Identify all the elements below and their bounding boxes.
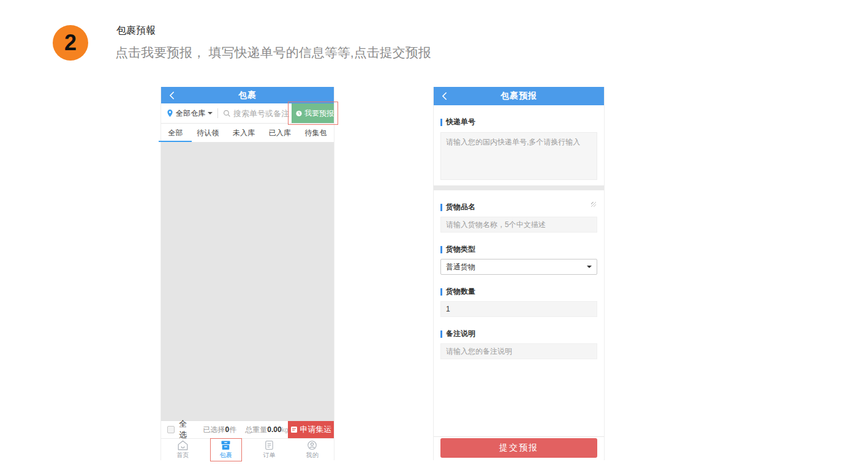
cargo-type-value: 普通货物 (446, 262, 475, 272)
label-text: 备注说明 (446, 329, 475, 339)
select-all-label: 全选 (179, 419, 195, 441)
consolidate-button[interactable]: 申请集运 (288, 421, 334, 438)
tutorial-page: 2 包裹預報 点击我要预报， 填写快递单号的信息等等,点击提交预报 包裹 全部仓… (0, 0, 868, 470)
label-text: 快递单号 (446, 117, 475, 127)
label-accent-bar (440, 204, 442, 211)
search-box (223, 109, 292, 118)
nav-label: 包裹 (220, 451, 232, 460)
label-accent-bar (440, 330, 442, 338)
nav-label: 首页 (176, 451, 189, 460)
submit-footer: 提交预报 (434, 436, 604, 460)
step-number-badge: 2 (53, 25, 88, 61)
cargo-type-select[interactable]: 普通货物 (440, 259, 597, 275)
step-description: 点击我要预报， 填写快递单号的信息等等,点击提交预报 (115, 44, 431, 61)
divider (217, 108, 218, 118)
location-pin-icon (167, 109, 173, 118)
step-title: 包裹預報 (116, 24, 156, 37)
remark-input[interactable] (440, 343, 597, 359)
tab-not-in-warehouse[interactable]: 未入库 (233, 124, 255, 142)
forecast-form-screenshot: 包裹预报 快递单号 货物品名 货物类型 普通货物 (433, 87, 605, 460)
selected-unit: 件 (229, 425, 236, 434)
form-title: 包裹预报 (434, 91, 604, 102)
home-icon (177, 440, 189, 450)
form-header: 包裹预报 (434, 87, 604, 105)
search-icon (223, 110, 231, 118)
clock-icon (296, 110, 302, 118)
total-weight-text: 总重量0.00kg (245, 425, 288, 435)
label-text: 货物数量 (446, 286, 475, 297)
nav-item-packages[interactable]: 包裹 (217, 439, 235, 460)
product-name-input[interactable] (440, 217, 597, 233)
tracking-number-label: 快递单号 (440, 117, 597, 127)
list-header: 包裹 (161, 87, 334, 103)
caret-down-icon (208, 112, 213, 117)
filter-bar: 全部仓库 我要预报 (161, 103, 334, 124)
product-name-label: 货物品名 (440, 202, 597, 212)
section-divider (434, 185, 604, 190)
weight-label: 总重量 (245, 425, 267, 434)
search-input[interactable] (233, 109, 292, 118)
forecast-button-label: 我要预报 (304, 108, 334, 119)
cargo-type-label: 货物类型 (440, 244, 597, 255)
person-icon (307, 440, 317, 450)
selected-prefix: 已选择 (203, 425, 225, 434)
nav-item-me[interactable]: 我的 (304, 439, 321, 460)
package-box-icon (220, 440, 232, 450)
resize-grip-icon[interactable] (591, 202, 596, 207)
package-list-screenshot: 包裹 全部仓库 我要预报 全部 待认领 未入库 (160, 87, 334, 460)
list-title: 包裹 (161, 90, 334, 101)
remark-label: 备注说明 (440, 329, 597, 339)
caret-down-icon (587, 266, 592, 270)
status-tabs: 全部 待认领 未入库 已入库 待集包 (161, 124, 334, 143)
label-accent-bar (440, 119, 442, 126)
nav-item-orders[interactable]: 订单 (260, 439, 277, 460)
package-card-icon (290, 426, 298, 433)
back-icon[interactable] (169, 91, 175, 100)
nav-label: 订单 (263, 451, 275, 460)
nav-item-home[interactable]: 首页 (174, 439, 191, 460)
nav-label: 我的 (306, 451, 319, 460)
label-text: 货物类型 (446, 244, 475, 255)
warehouse-label: 全部仓库 (176, 108, 205, 119)
consolidate-button-label: 申请集运 (300, 424, 332, 435)
weight-value: 0.00 (267, 425, 281, 434)
selected-count-text: 已选择0件 (203, 425, 237, 435)
tab-in-warehouse[interactable]: 已入库 (269, 124, 291, 142)
tab-pending-pack[interactable]: 待集包 (305, 124, 327, 142)
form-body: 快递单号 货物品名 货物类型 普通货物 货物数量 (434, 105, 604, 460)
bottom-nav: 首页 包裹 订单 我的 (161, 438, 334, 460)
quantity-input[interactable] (440, 301, 597, 317)
back-icon[interactable] (442, 92, 447, 100)
tab-all[interactable]: 全部 (168, 124, 183, 142)
label-accent-bar (440, 288, 442, 296)
empty-package-list (161, 143, 334, 420)
forecast-button[interactable]: 我要预报 (292, 103, 334, 123)
quantity-label: 货物数量 (440, 286, 597, 297)
order-list-icon (264, 440, 274, 450)
label-accent-bar (440, 246, 442, 253)
selection-bar: 全选 已选择0件 总重量0.00kg 申请集运 (161, 420, 334, 438)
tracking-number-textarea[interactable] (440, 132, 597, 180)
warehouse-selector[interactable]: 全部仓库 (176, 108, 213, 119)
tab-pending-claim[interactable]: 待认领 (197, 124, 219, 142)
submit-forecast-button[interactable]: 提交预报 (440, 438, 597, 458)
select-all-checkbox[interactable] (167, 426, 175, 433)
weight-unit: kg (282, 427, 289, 433)
label-text: 货物品名 (446, 202, 475, 212)
step-number: 2 (64, 30, 77, 56)
